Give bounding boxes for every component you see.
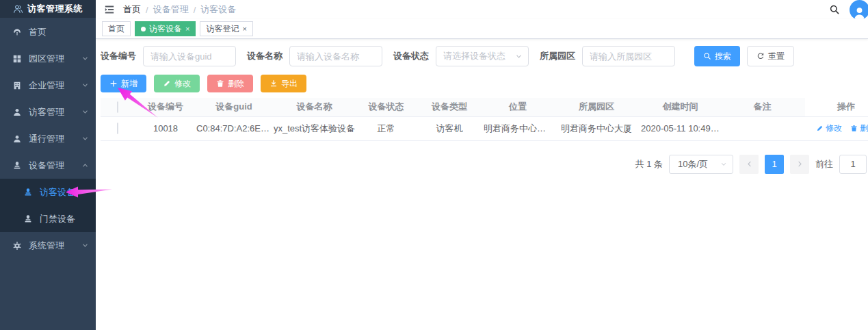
chevron-left-icon — [746, 160, 753, 168]
col-created: 创建时间 — [641, 98, 720, 116]
pagination: 共 1 条 10条/页 1 前往 — [101, 155, 868, 174]
filter-device-no: 设备编号 — [101, 46, 236, 66]
device-submenu: 访客设备 门禁设备 — [0, 179, 96, 232]
search-icon — [703, 52, 711, 60]
filter-label: 设备状态 — [393, 50, 429, 62]
device-icon — [23, 214, 33, 224]
reset-button[interactable]: 重置 — [747, 46, 794, 66]
row-edit-link[interactable]: 修改 — [816, 123, 842, 134]
device-no-input[interactable] — [143, 46, 236, 66]
delete-button-label: 删除 — [228, 78, 244, 90]
search-icon[interactable] — [829, 4, 840, 15]
delete-button[interactable]: 删除 — [207, 75, 253, 92]
tag-home[interactable]: 首页 — [102, 21, 131, 36]
sidebar-item-park[interactable]: 园区管理 — [0, 45, 96, 72]
table-toolbar: 新增 修改 删除 导出 — [101, 75, 868, 92]
cell-created: 2020-05-11 10:49:57 — [641, 116, 720, 140]
trash-icon — [850, 125, 858, 132]
visitor-people-icon — [12, 107, 22, 117]
gear-icon — [12, 241, 22, 251]
filter-label: 设备名称 — [247, 50, 282, 62]
sidebar-item-label: 系统管理 — [29, 240, 81, 252]
sidebar-item-label: 访客设备 — [40, 186, 89, 199]
add-button[interactable]: 新增 — [101, 75, 146, 92]
chevron-down-icon — [81, 242, 89, 249]
company-building-icon — [12, 81, 22, 90]
breadcrumb-device-mgmt[interactable]: 设备管理 — [153, 3, 189, 16]
table-row: 10018 C0:84:7D:A2:6E:0A yx_test访客体验设备 正常… — [101, 116, 868, 140]
row-delete-link[interactable]: 删除 — [850, 123, 868, 134]
sidebar-item-door-device[interactable]: 门禁设备 — [0, 205, 96, 232]
search-button[interactable]: 搜索 — [694, 46, 740, 66]
add-button-label: 新增 — [121, 78, 137, 90]
sidebar-item-label: 访客管理 — [29, 106, 81, 118]
chevron-down-icon — [81, 81, 89, 89]
device-status-select[interactable]: 请选择设备状态 — [436, 46, 529, 66]
next-page-button[interactable] — [790, 155, 809, 174]
breadcrumb-home[interactable]: 首页 — [123, 3, 141, 16]
filter-label: 所属园区 — [540, 50, 575, 62]
plus-icon — [109, 79, 118, 88]
filter-device-name: 设备名称 — [247, 46, 382, 66]
col-device-status: 设备状态 — [357, 98, 415, 116]
select-all-checkbox[interactable] — [117, 101, 118, 113]
sidebar-item-label: 企业管理 — [29, 79, 81, 92]
row-checkbox[interactable] — [117, 123, 118, 134]
col-device-name: 设备名称 — [272, 98, 357, 116]
close-icon[interactable]: × — [242, 25, 246, 33]
prev-page-button[interactable] — [739, 155, 759, 174]
chevron-down-icon — [515, 53, 523, 60]
sidebar-item-visitor-device[interactable]: 访客设备 — [0, 179, 96, 205]
reset-button-label: 重置 — [768, 51, 785, 62]
chevron-right-icon — [796, 160, 804, 168]
visitor-management-app: 访客管理系统 首页 园区管理 企业管理 访客管理 — [0, 0, 868, 330]
tag-visitor-register[interactable]: 访客登记 × — [200, 21, 252, 36]
sidebar-menu: 首页 园区管理 企业管理 访客管理 通行管理 — [0, 18, 96, 259]
chevron-down-icon — [81, 55, 89, 62]
page-size-select[interactable]: 10条/页 — [669, 155, 733, 174]
export-download-icon — [269, 79, 278, 88]
page-number-button[interactable]: 1 — [765, 155, 784, 174]
tag-label: 首页 — [108, 23, 124, 35]
export-button-label: 导出 — [281, 78, 298, 90]
goto-page-input[interactable] — [839, 155, 867, 174]
sidebar: 访客管理系统 首页 园区管理 企业管理 访客管理 — [0, 0, 96, 330]
avatar[interactable] — [850, 0, 868, 20]
park-input[interactable] — [582, 46, 675, 66]
sidebar-item-label: 首页 — [29, 26, 89, 38]
pass-people-icon — [12, 134, 22, 144]
filter-device-status: 设备状态 请选择设备状态 — [393, 46, 529, 66]
chevron-down-icon — [81, 108, 89, 116]
device-icon — [23, 188, 33, 197]
page-content: 设备编号 设备名称 设备状态 请选择设备状态 所属园区 — [96, 39, 868, 174]
close-icon[interactable]: × — [185, 25, 189, 33]
cell-device-no: 10018 — [135, 116, 196, 140]
sidebar-item-visitor[interactable]: 访客管理 — [0, 99, 96, 125]
breadcrumb-separator: / — [194, 5, 196, 15]
dashboard-icon — [12, 27, 22, 37]
device-name-input[interactable] — [289, 46, 382, 66]
col-location: 位置 — [484, 98, 552, 116]
sidebar-item-home[interactable]: 首页 — [0, 18, 96, 45]
edit-button[interactable]: 修改 — [154, 75, 200, 92]
col-device-type: 设备类型 — [415, 98, 484, 116]
filter-row: 设备编号 设备名称 设备状态 请选择设备状态 所属园区 — [101, 46, 868, 66]
edit-pencil-icon — [163, 79, 171, 88]
sidebar-item-pass[interactable]: 通行管理 — [0, 125, 96, 152]
table-header-row: 设备编号 设备guid 设备名称 设备状态 设备类型 位置 所属园区 创建时间 … — [101, 98, 868, 116]
col-device-guid: 设备guid — [196, 98, 272, 116]
export-button[interactable]: 导出 — [261, 75, 306, 92]
col-park: 所属园区 — [552, 98, 641, 116]
tag-visitor-device[interactable]: 访客设备 × — [135, 21, 196, 36]
pagination-total: 共 1 条 — [635, 158, 663, 170]
cell-location: 明君商务中心访客... — [484, 116, 552, 140]
sidebar-item-company[interactable]: 企业管理 — [0, 72, 96, 99]
sidebar-item-device[interactable]: 设备管理 — [0, 152, 96, 179]
sidebar-item-system[interactable]: 系统管理 — [0, 232, 96, 259]
edit-pencil-icon — [816, 125, 824, 132]
tag-label: 访客设备 — [149, 23, 182, 35]
hamburger-icon[interactable] — [104, 4, 115, 15]
app-title: 访客管理系统 — [27, 3, 83, 15]
chevron-down-icon — [81, 135, 89, 142]
select-placeholder: 请选择设备状态 — [443, 50, 505, 62]
